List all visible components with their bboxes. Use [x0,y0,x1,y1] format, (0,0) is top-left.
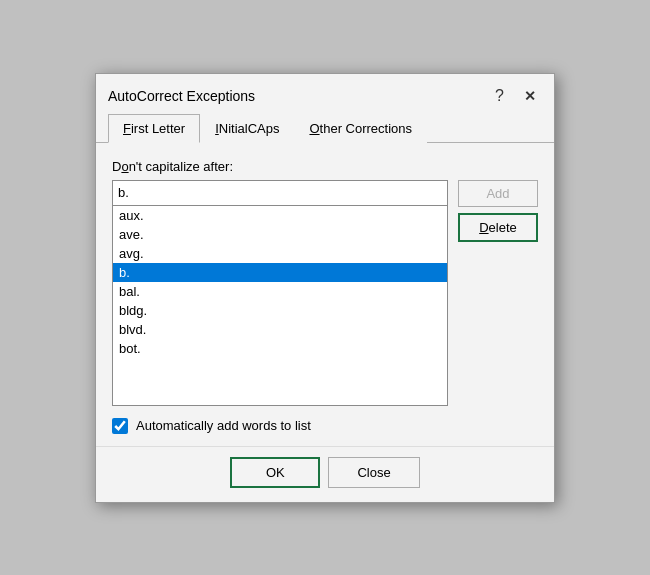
ok-button[interactable]: OK [230,457,320,488]
tab-initial-caps-label: INitialCAps [215,121,279,136]
title-bar-controls: ? ✕ [489,85,542,107]
list-item[interactable]: avg. [113,244,447,263]
title-bar: AutoCorrect Exceptions ? ✕ [96,74,554,110]
tab-initial-caps[interactable]: INitialCAps [200,114,294,143]
list-area: aux. ave. avg. b. bal. bldg. blvd. bot. [112,180,448,406]
tab-bar: First Letter INitialCAps Other Correctio… [96,114,554,143]
autocorrect-exceptions-dialog: AutoCorrect Exceptions ? ✕ First Letter … [95,73,555,503]
list-item[interactable]: bldg. [113,301,447,320]
list-item[interactable]: bal. [113,282,447,301]
tab-first-letter-label: First Letter [123,121,185,136]
auto-add-label: Automatically add words to list [136,418,311,433]
close-dialog-button[interactable]: Close [328,457,419,488]
tab-first-letter[interactable]: First Letter [108,114,200,143]
checkbox-area: Automatically add words to list [112,418,538,434]
dialog-title: AutoCorrect Exceptions [108,88,255,104]
list-item[interactable]: ave. [113,225,447,244]
delete-button[interactable]: Delete [458,213,538,242]
dialog-body: Don't capitalize after: aux. ave. avg. b… [96,143,554,446]
main-area: aux. ave. avg. b. bal. bldg. blvd. bot. … [112,180,538,406]
list-item[interactable]: blvd. [113,320,447,339]
list-item[interactable]: aux. [113,206,447,225]
add-button[interactable]: Add [458,180,538,207]
dialog-footer: OK Close [96,446,554,502]
auto-add-checkbox[interactable] [112,418,128,434]
close-button[interactable]: ✕ [518,86,542,106]
list-box-container: aux. ave. avg. b. bal. bldg. blvd. bot. [112,206,448,406]
list-item[interactable]: bot. [113,339,447,358]
exceptions-listbox[interactable]: aux. ave. avg. b. bal. bldg. blvd. bot. [113,206,447,405]
help-button[interactable]: ? [489,85,510,107]
tab-other-corrections-label: Other Corrections [309,121,412,136]
list-item-selected[interactable]: b. [113,263,447,282]
dont-capitalize-label: Don't capitalize after: [112,159,538,174]
capitalize-input[interactable] [112,180,448,206]
button-area: Add Delete [458,180,538,406]
tab-other-corrections[interactable]: Other Corrections [294,114,427,143]
